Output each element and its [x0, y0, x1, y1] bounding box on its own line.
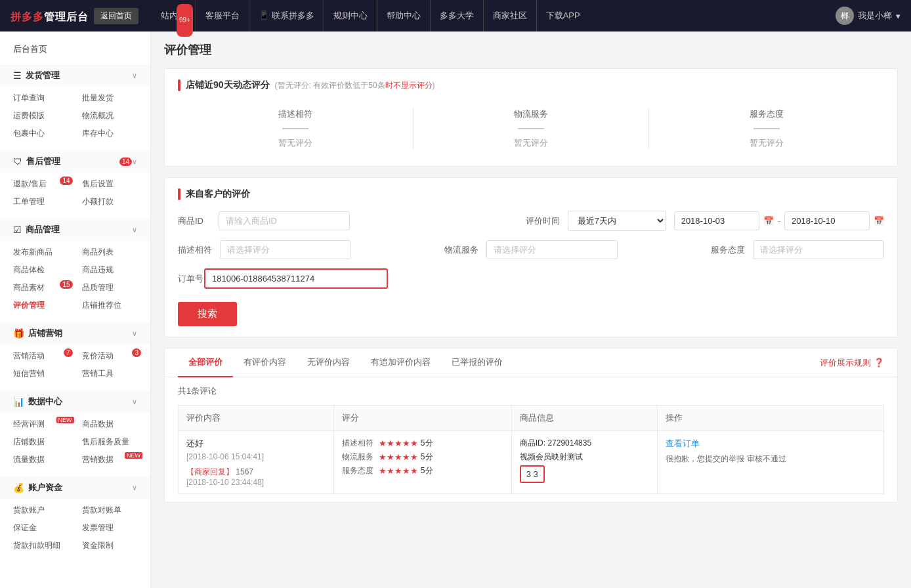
section-title-products: 商品管理 — [26, 224, 132, 236]
sidebar-item-product-check[interactable]: 商品体检 — [7, 261, 75, 279]
nav-item-university[interactable]: 多多大学 — [431, 0, 484, 32]
result-count: 共1条评论 — [178, 385, 884, 397]
red-bar-filter-icon — [178, 188, 180, 200]
sidebar-item-aftersale-settings[interactable]: 售后设置 — [75, 175, 144, 193]
marketing-data-badge: NEW — [125, 452, 142, 459]
section-title-aftersale: 售后管理 — [26, 156, 119, 167]
bidding-badge: 3 — [132, 348, 141, 357]
chevron-icon-data: ∨ — [132, 398, 137, 406]
chevron-icon-delivery: ∨ — [132, 72, 137, 80]
sidebar-item-refund[interactable]: 退款/售后 14 — [7, 175, 75, 193]
user-area[interactable]: 榔 我是小榔 ▾ — [836, 7, 900, 25]
tab-reported[interactable]: 已举报的评价 — [441, 348, 513, 377]
sidebar-item-deposit[interactable]: 保证金 — [7, 519, 75, 537]
sidebar-section-header-data[interactable]: 📊 数据中心 ∨ — [0, 390, 150, 413]
sidebar-item-product-list[interactable]: 商品列表 — [75, 243, 144, 261]
sidebar-item-store-data[interactable]: 店铺数据 — [7, 433, 75, 451]
sidebar-item-product-material[interactable]: 商品素材 15 — [7, 279, 75, 297]
sidebar-item-order-query[interactable]: 订单查询 — [7, 89, 75, 107]
nav-item-download[interactable]: 下载APP — [537, 0, 589, 32]
sidebar-section-header-delivery[interactable]: ☰ 发货管理 ∨ — [0, 64, 150, 87]
logistics-input[interactable] — [486, 240, 618, 259]
sidebar-item-product-violation[interactable]: 商品违规 — [75, 261, 144, 279]
sidebar-section-header-products[interactable]: ☑ 商品管理 ∨ — [0, 219, 150, 241]
view-order-link[interactable]: 查看订单 — [666, 438, 876, 450]
search-button[interactable]: 搜索 — [178, 302, 237, 326]
sidebar: 后台首页 ☰ 发货管理 ∨ 订单查询 批量发货 运费模版 物流概况 包裹中心 库… — [0, 32, 151, 588]
sidebar-section-header-finance[interactable]: 💰 账户资金 ∨ — [0, 476, 150, 499]
red-bar-icon — [178, 79, 180, 91]
nav-item-contact[interactable]: 📱 联系拼多多 — [249, 0, 324, 32]
sidebar-item-store-recommendation[interactable]: 店铺推荐位 — [75, 297, 144, 314]
col-product-info: 商品信息 — [511, 406, 657, 431]
date-to-input[interactable] — [784, 211, 870, 230]
sidebar-item-campaigns[interactable]: 营销活动 7 — [7, 347, 75, 365]
top-navigation: 拼多多管理后台 返回首页 站内信 99+ 客服平台 📱 联系拼多多 规则中心 帮… — [0, 0, 911, 32]
col-action: 操作 — [658, 406, 884, 431]
chevron-icon-products: ∨ — [132, 226, 137, 234]
score-subtitle-link[interactable]: 时不显示评分 — [385, 81, 433, 90]
chevron-icon-aftersale: ∨ — [132, 158, 137, 166]
reply-text: 1567 — [236, 467, 253, 476]
sidebar-item-bidding[interactable]: 竞价活动 3 — [75, 347, 144, 365]
nav-item-community[interactable]: 商家社区 — [484, 0, 537, 32]
sidebar-top-link[interactable]: 后台首页 — [0, 37, 150, 62]
rating-time-select[interactable]: 最近7天内 — [568, 211, 666, 231]
sidebar-item-batch-ship[interactable]: 批量发货 — [75, 89, 144, 107]
sidebar-item-payment-account[interactable]: 货款账户 — [7, 501, 75, 519]
sidebar-item-biz-review[interactable]: 经营评测 NEW — [7, 415, 75, 433]
sidebar-item-freight[interactable]: 运费模版 — [7, 107, 75, 125]
score-section-title: 店铺近90天动态评分 — [186, 79, 270, 91]
sidebar-item-invoice[interactable]: 发票管理 — [75, 519, 144, 537]
sidebar-item-review-mgmt[interactable]: 评价管理 — [7, 297, 75, 314]
sidebar-section-data: 📊 数据中心 ∨ 经营评测 NEW 商品数据 店铺数据 售后服务质量 流量数据 … — [0, 390, 150, 474]
sidebar-section-header-aftersale[interactable]: 🛡 售后管理 14 ∨ — [0, 150, 150, 173]
return-home-button[interactable]: 返回首页 — [94, 8, 138, 24]
sidebar-item-quality[interactable]: 品质管理 — [75, 279, 144, 297]
service-input[interactable] — [753, 240, 884, 259]
sidebar-item-workorder[interactable]: 工单管理 — [7, 193, 75, 211]
sidebar-section-header-marketing[interactable]: 🎁 店铺营销 ∨ — [0, 322, 150, 345]
sidebar-item-reconciliation[interactable]: 货款对账单 — [75, 501, 144, 519]
tab-all-reviews[interactable]: 全部评价 — [178, 348, 233, 377]
sidebar-item-aftersale-quality[interactable]: 售后服务质量 — [75, 433, 144, 451]
sidebar-item-tools[interactable]: 营销工具 — [75, 365, 144, 383]
sidebar-item-deduction-detail[interactable]: 货款扣款明细 — [7, 537, 75, 555]
sidebar-item-logistics[interactable]: 物流概况 — [75, 107, 144, 125]
chevron-icon-marketing: ∨ — [132, 329, 137, 338]
calendar-to-icon: 📅 — [874, 216, 884, 226]
sidebar-section-body-marketing: 营销活动 7 竞价活动 3 短信营销 营销工具 — [0, 345, 150, 388]
nav-item-station-message[interactable]: 站内信 99+ — [152, 0, 196, 32]
sidebar-item-parcel[interactable]: 包裹中心 — [7, 125, 75, 142]
sidebar-item-marketing-data[interactable]: 营销数据 NEW — [75, 451, 144, 469]
sidebar-item-traffic-data[interactable]: 流量数据 — [7, 451, 75, 469]
sidebar-item-inventory[interactable]: 库存中心 — [75, 125, 144, 142]
sidebar-item-product-data[interactable]: 商品数据 — [75, 415, 144, 433]
score-section-header: 店铺近90天动态评分 (暂无评分: 有效评价数低于50条时不显示评分) — [178, 79, 884, 91]
desc-match-input[interactable] — [220, 240, 351, 259]
aftersale-badge: 14 — [119, 158, 132, 166]
date-from-input[interactable] — [674, 211, 759, 230]
score-divider-desc — [282, 128, 308, 129]
tab-no-content[interactable]: 无评价内容 — [297, 348, 360, 377]
sidebar-item-sms[interactable]: 短信营销 — [7, 365, 75, 383]
tab-with-content[interactable]: 有评价内容 — [233, 348, 297, 377]
refund-badge: 14 — [60, 177, 72, 185]
nav-item-customer-service[interactable]: 客服平台 — [196, 0, 249, 32]
nav-item-rules[interactable]: 规则中心 — [324, 0, 377, 32]
sidebar-item-fund-limit[interactable]: 资金限制 — [75, 537, 144, 555]
nav-item-help[interactable]: 帮助中心 — [377, 0, 431, 32]
date-separator: - — [778, 216, 780, 226]
delivery-icon: ☰ — [13, 70, 22, 81]
tab-additional-content[interactable]: 有追加评价内容 — [360, 348, 441, 377]
tabs-right-link[interactable]: 评价展示规则 ❓ — [820, 357, 884, 369]
product-id-input[interactable] — [219, 211, 350, 230]
score-divider-service — [753, 128, 780, 129]
order-no-input[interactable] — [204, 268, 388, 289]
score-section: 店铺近90天动态评分 (暂无评分: 有效评价数低于50条时不显示评分) 描述相符… — [164, 68, 898, 167]
station-message-badge: 99+ — [177, 4, 193, 37]
main-content: 评价管理 店铺近90天动态评分 (暂无评分: 有效评价数低于50条时不显示评分)… — [151, 32, 911, 588]
score-card-service-value: 暂无评分 — [649, 137, 884, 149]
sidebar-item-publish-product[interactable]: 发布新商品 — [7, 243, 75, 261]
sidebar-item-small-pay[interactable]: 小额打款 — [75, 193, 144, 211]
